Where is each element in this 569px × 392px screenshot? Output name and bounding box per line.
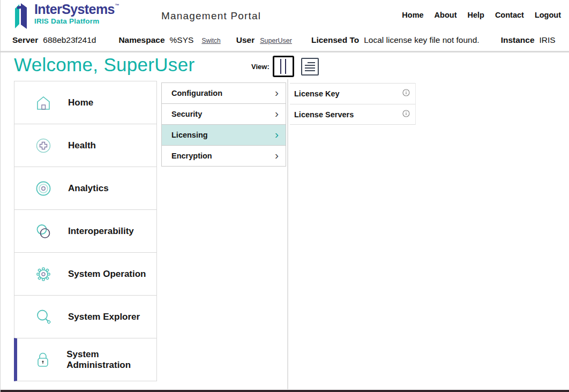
namespace-label: Namespace bbox=[118, 35, 164, 45]
submenu-item-encryption[interactable]: Encryption › bbox=[161, 145, 286, 167]
nav-logout-link[interactable]: Logout bbox=[535, 11, 561, 19]
sidebar-item-label: System Operation bbox=[68, 269, 146, 280]
instance-value: IRIS bbox=[540, 35, 556, 45]
list-view-icon[interactable] bbox=[301, 58, 319, 76]
view-controls: View: bbox=[251, 56, 319, 77]
chevron-right-icon: › bbox=[275, 149, 279, 161]
view-label: View: bbox=[251, 63, 269, 71]
intersystems-bracket-logo-icon bbox=[14, 3, 30, 29]
bottom-edge-bar bbox=[1, 390, 569, 392]
namespace-value: %SYS bbox=[170, 35, 194, 45]
sidebar-item-interoperability[interactable]: Interoperability bbox=[14, 209, 157, 253]
interoperability-rings-icon bbox=[32, 220, 55, 243]
header: InterSystems ™ IRIS Data Platform Manage… bbox=[1, 0, 569, 32]
management-portal-page: InterSystems ™ IRIS Data Platform Manage… bbox=[0, 0, 569, 392]
server-info-bar: Server 688eb23f241d Namespace %SYS Switc… bbox=[12, 35, 569, 45]
home-icon bbox=[32, 92, 55, 114]
brand-subtitle: IRIS Data Platform bbox=[34, 18, 119, 25]
sidebar-item-label: Health bbox=[68, 140, 96, 151]
main-menu: Home Health Analytics bbox=[14, 81, 157, 381]
sidebar-item-health[interactable]: Health bbox=[14, 124, 157, 167]
licensed-to-label: Licensed To bbox=[311, 35, 359, 45]
admin-submenu: Configuration › Security › Licensing › E… bbox=[161, 83, 286, 167]
sidebar-item-home[interactable]: Home bbox=[14, 81, 157, 124]
sidebar-item-label: System Explorer bbox=[68, 312, 140, 322]
intersystems-logo: InterSystems ™ IRIS Data Platform bbox=[14, 3, 119, 29]
sidebar-item-label: Home bbox=[68, 97, 93, 108]
switch-namespace-link[interactable]: Switch bbox=[201, 37, 220, 44]
columns-view-icon[interactable] bbox=[273, 56, 294, 77]
brand-trademark: ™ bbox=[115, 4, 119, 8]
sidebar-item-system-explorer[interactable]: System Explorer bbox=[14, 295, 157, 338]
sidebar-item-label: System Administration bbox=[66, 349, 156, 371]
nav-about-link[interactable]: About bbox=[435, 11, 457, 19]
gear-icon bbox=[32, 263, 55, 285]
chevron-right-icon: › bbox=[275, 87, 279, 98]
server-value: 688eb23f241d bbox=[43, 35, 96, 45]
sidebar-item-system-operation[interactable]: System Operation bbox=[14, 252, 157, 296]
magnifier-icon bbox=[32, 306, 55, 328]
user-label: User bbox=[236, 35, 254, 45]
sidebar-item-system-administration[interactable]: System Administration bbox=[14, 338, 157, 381]
padlock-icon bbox=[33, 349, 53, 371]
header-divider bbox=[1, 51, 569, 52]
sidebar-item-label: Analytics bbox=[68, 183, 109, 194]
instance-label: Instance bbox=[501, 35, 535, 45]
welcome-heading: Welcome, SuperUser bbox=[14, 54, 194, 76]
brand-name: InterSystems bbox=[34, 3, 115, 16]
licensed-to-value: Local license key file not found. bbox=[364, 35, 479, 45]
submenu-item-license-key[interactable]: License Key bbox=[290, 83, 415, 104]
chevron-right-icon: › bbox=[275, 108, 279, 119]
nav-home-link[interactable]: Home bbox=[402, 11, 423, 19]
submenu-item-configuration[interactable]: Configuration › bbox=[161, 82, 286, 104]
licensing-submenu: License Key License Servers bbox=[290, 83, 416, 125]
submenu-item-licensing[interactable]: Licensing › bbox=[161, 124, 286, 146]
health-cross-icon bbox=[32, 134, 55, 157]
top-nav: Home About Help Contact Logout bbox=[402, 11, 561, 19]
sidebar-item-label: Interoperability bbox=[68, 226, 134, 237]
page-title: Management Portal bbox=[161, 10, 261, 22]
nav-help-link[interactable]: Help bbox=[467, 11, 484, 19]
user-profile-link[interactable]: SuperUser bbox=[260, 37, 292, 44]
sidebar-item-analytics[interactable]: Analytics bbox=[14, 167, 157, 210]
analytics-target-icon bbox=[32, 177, 55, 200]
chevron-right-icon: › bbox=[275, 129, 279, 140]
submenu-item-license-servers[interactable]: License Servers bbox=[290, 104, 415, 125]
nav-contact-link[interactable]: Contact bbox=[495, 11, 524, 19]
server-label: Server bbox=[12, 35, 38, 45]
info-icon[interactable] bbox=[402, 89, 410, 99]
submenu-item-security[interactable]: Security › bbox=[161, 103, 286, 125]
info-icon[interactable] bbox=[402, 110, 410, 119]
pane-divider bbox=[287, 79, 288, 389]
